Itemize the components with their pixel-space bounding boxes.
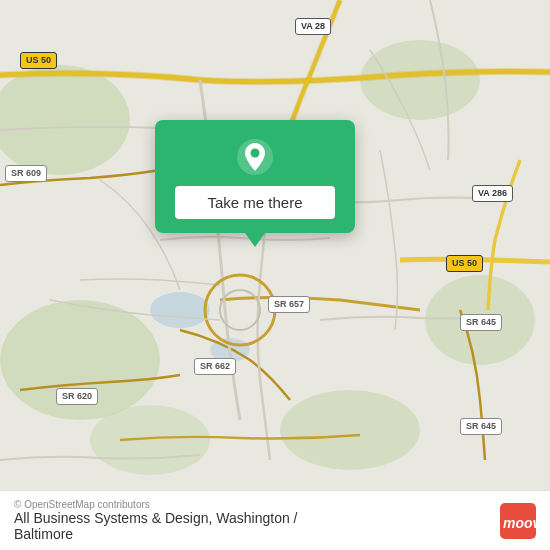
popup-card: Take me there (155, 120, 355, 233)
svg-point-7 (150, 292, 210, 328)
location-pin-icon (236, 138, 274, 176)
business-name: All Business Systems & Design, Washingto… (14, 510, 298, 526)
badge-sr620: SR 620 (56, 388, 98, 405)
badge-sr662: SR 662 (194, 358, 236, 375)
business-location: Baltimore (14, 526, 298, 542)
badge-us50-right: US 50 (446, 255, 483, 272)
map-svg (0, 0, 550, 490)
badge-sr645-bot: SR 645 (460, 418, 502, 435)
badge-va286: VA 286 (472, 185, 513, 202)
badge-sr645-top: SR 645 (460, 314, 502, 331)
svg-point-6 (90, 405, 210, 475)
badge-sr657: SR 657 (268, 296, 310, 313)
copyright-text: © OpenStreetMap contributors (14, 499, 298, 510)
moovit-logo: moovit (500, 503, 536, 539)
badge-us50-left: US 50 (20, 52, 57, 69)
svg-text:moovit: moovit (503, 515, 536, 531)
map-container: US 50 VA 28 SR 609 VA 286 US 50 SR 657 S… (0, 0, 550, 490)
take-me-there-button[interactable]: Take me there (175, 186, 335, 219)
moovit-logo-icon: moovit (500, 503, 536, 539)
badge-va28: VA 28 (295, 18, 331, 35)
footer-info: © OpenStreetMap contributors All Busines… (14, 499, 298, 542)
svg-point-5 (280, 390, 420, 470)
svg-point-12 (251, 149, 260, 158)
badge-sr609: SR 609 (5, 165, 47, 182)
footer: © OpenStreetMap contributors All Busines… (0, 490, 550, 550)
